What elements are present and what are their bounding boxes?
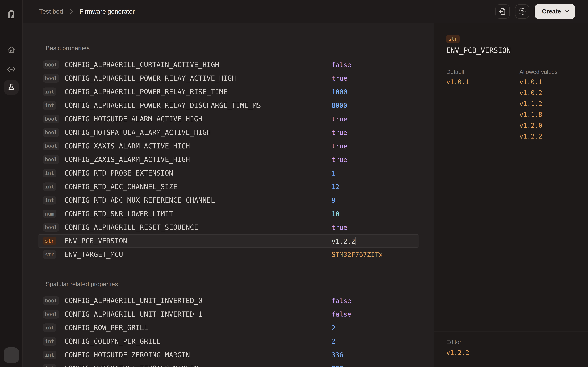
property-row[interactable]: boolCONFIG_ALPHAGRILL_CURTAIN_ACTIVE_HIG…: [38, 58, 419, 72]
sidebar-item-home[interactable]: [7, 46, 16, 54]
allowed-value[interactable]: v1.1.8: [519, 109, 557, 120]
property-value-text: 336: [332, 365, 344, 367]
property-value: 336: [332, 365, 419, 367]
allowed-values-list: v1.0.1v1.0.2v1.1.2v1.1.8v1.2.0v1.2.2: [519, 76, 557, 142]
property-value: true: [332, 142, 419, 150]
property-row[interactable]: intCONFIG_ROW_PER_GRILL2: [38, 321, 419, 335]
type-badge: bool: [43, 142, 59, 150]
publish-icon: [518, 7, 526, 16]
property-value-text: true: [332, 129, 347, 136]
property-row[interactable]: intCONFIG_RTD_ADC_MUX_REFERENCE_CHANNEL9: [38, 193, 419, 207]
chevron-down-icon: [565, 9, 570, 14]
property-value-text: true: [332, 75, 347, 82]
section-rows: boolCONFIG_ALPHAGRILL_UNIT_INVERTED_0fal…: [38, 294, 419, 367]
property-row[interactable]: boolCONFIG_HOTSPATULA_ALARM_ACTIVE_HIGHt…: [38, 126, 419, 139]
allowed-value[interactable]: v1.0.1: [519, 76, 557, 87]
code-icon: [7, 66, 16, 73]
property-row[interactable]: strENV_PCB_VERSIONv1.2.2: [38, 234, 419, 248]
property-value: true: [332, 156, 419, 163]
type-badge: int: [43, 169, 56, 177]
type-badge: bool: [43, 223, 59, 232]
file-export-icon: [498, 7, 507, 16]
property-name: CONFIG_HOTSPATULA_ZEROING_MARGIN: [65, 364, 332, 367]
export-file-button[interactable]: [496, 4, 510, 19]
allowed-value[interactable]: v1.2.0: [519, 120, 557, 131]
property-name: CONFIG_RTD_SNR_LOWER_LIMIT: [65, 210, 332, 218]
property-row[interactable]: boolCONFIG_ALPHAGRILL_RESET_SEQUENCEtrue: [38, 221, 419, 234]
property-name: CONFIG_COLUMN_PER_GRILL: [65, 337, 332, 345]
property-row[interactable]: intCONFIG_RTD_PROBE_EXTENSION1: [38, 167, 419, 180]
type-badge: bool: [43, 115, 59, 123]
property-value-text: 8000: [332, 102, 347, 109]
property-value: 1: [332, 169, 419, 177]
create-button-label: Create: [542, 8, 561, 15]
type-badge: int: [43, 324, 56, 332]
default-label: Default: [446, 68, 519, 76]
create-button[interactable]: Create: [535, 4, 575, 19]
user-avatar[interactable]: [4, 347, 19, 363]
property-value-text: STM32F767ZITx: [332, 251, 383, 258]
property-value: 9: [332, 197, 419, 204]
property-value-text: 2: [332, 324, 336, 332]
allowed-value[interactable]: v1.0.2: [519, 87, 557, 98]
inspector-panel: str ENV_PCB_VERSION Default v1.0.1 Allow…: [434, 23, 588, 367]
breadcrumb-item-current: Firmware generator: [79, 8, 135, 15]
property-name: CONFIG_HOTGUIDE_ZEROING_MARGIN: [65, 351, 332, 359]
breadcrumb-item-testbed[interactable]: Test bed: [39, 8, 63, 15]
property-value: 12: [332, 183, 419, 191]
property-row[interactable]: intCONFIG_HOTGUIDE_ZEROING_MARGIN336: [38, 348, 419, 362]
property-row[interactable]: intCONFIG_COLUMN_PER_GRILL2: [38, 335, 419, 348]
allowed-value[interactable]: v1.1.2: [519, 98, 557, 109]
property-value-text: 9: [332, 197, 336, 204]
type-badge: int: [43, 101, 56, 110]
property-name: CONFIG_XAXIS_ALARM_ACTIVE_HIGH: [65, 142, 332, 150]
property-value: true: [332, 115, 419, 123]
property-value: STM32F767ZITx: [332, 251, 419, 258]
property-row[interactable]: boolCONFIG_ZAXIS_ALARM_ACTIVE_HIGHtrue: [38, 153, 419, 167]
property-value-text: true: [332, 115, 347, 123]
property-value: true: [332, 224, 419, 231]
app-logo[interactable]: [7, 9, 15, 18]
type-badge: num: [43, 209, 56, 218]
property-value: false: [332, 297, 419, 305]
type-badge: int: [43, 364, 56, 367]
property-value[interactable]: v1.2.2: [332, 237, 419, 245]
inspector-editor-section: Editor v1.2.2: [434, 331, 588, 357]
property-value-text: true: [332, 224, 347, 231]
property-value-text: 10: [332, 210, 339, 217]
property-row[interactable]: intCONFIG_RTD_ADC_CHANNEL_SIZE12: [38, 180, 419, 193]
inspector-type-badge: str: [446, 35, 460, 43]
default-value[interactable]: v1.0.1: [446, 76, 519, 87]
property-value: true: [332, 129, 419, 136]
property-row[interactable]: boolCONFIG_XAXIS_ALARM_ACTIVE_HIGHtrue: [38, 139, 419, 153]
type-badge: int: [43, 337, 56, 346]
property-row[interactable]: boolCONFIG_ALPHAGRILL_UNIT_INVERTED_1fal…: [38, 308, 419, 321]
property-row[interactable]: boolCONFIG_ALPHAGRILL_UNIT_INVERTED_0fal…: [38, 294, 419, 308]
property-value: 2: [332, 337, 419, 345]
property-value-text: false: [332, 310, 351, 318]
allowed-value[interactable]: v1.2.2: [519, 131, 557, 142]
property-name: CONFIG_ALPHAGRILL_RESET_SEQUENCE: [65, 223, 332, 231]
property-value-text: false: [332, 297, 351, 305]
app-window: Test bed Firmware generator: [0, 0, 588, 367]
property-row[interactable]: strENV_TARGET_MCUSTM32F767ZITx: [38, 248, 419, 261]
inspector-property-name: ENV_PCB_VERSION: [446, 46, 576, 54]
property-row[interactable]: numCONFIG_RTD_SNR_LOWER_LIMIT10: [38, 207, 419, 221]
property-value: 8000: [332, 102, 419, 109]
property-row[interactable]: intCONFIG_HOTSPATULA_ZEROING_MARGIN336: [38, 362, 419, 367]
property-row[interactable]: intCONFIG_ALPHAGRILL_POWER_RELAY_RISE_TI…: [38, 85, 419, 99]
editor-value: v1.2.2: [446, 349, 576, 357]
property-value-text: 12: [332, 183, 339, 191]
property-value: false: [332, 61, 419, 69]
sidebar-item-testbed[interactable]: [4, 80, 19, 95]
inspector-meta: Default v1.0.1 Allowed values v1.0.1v1.0…: [446, 68, 576, 142]
breadcrumb: Test bed Firmware generator: [39, 8, 135, 15]
property-row[interactable]: boolCONFIG_HOTGUIDE_ALARM_ACTIVE_HIGHtru…: [38, 112, 419, 126]
sidebar-item-code[interactable]: [7, 66, 16, 73]
type-badge: bool: [43, 155, 59, 164]
property-row[interactable]: intCONFIG_ALPHAGRILL_POWER_RELAY_DISCHAR…: [38, 99, 419, 112]
property-name: CONFIG_ALPHAGRILL_POWER_RELAY_DISCHARGE_…: [65, 101, 332, 109]
property-value-text: 1: [332, 169, 336, 177]
publish-button[interactable]: [515, 4, 529, 19]
property-row[interactable]: boolCONFIG_ALPHAGRILL_POWER_RELAY_ACTIVE…: [38, 72, 419, 85]
